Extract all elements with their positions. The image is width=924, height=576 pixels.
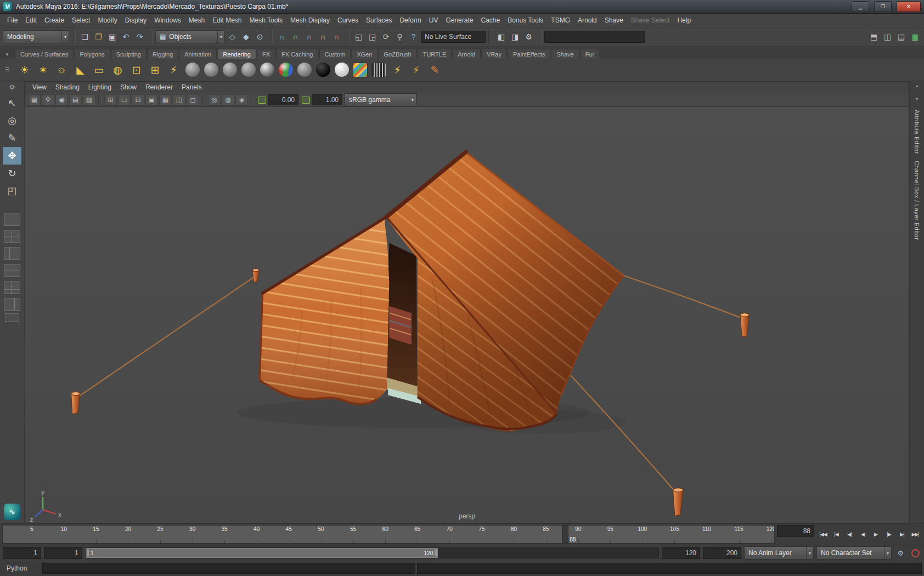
snap-to-point-icon[interactable]: ∩ <box>303 31 315 43</box>
lock-camera-icon[interactable]: ⚲ <box>42 94 54 106</box>
input-connections-icon[interactable]: ◱ <box>352 31 365 43</box>
exposure-field[interactable]: 0.00 <box>268 94 298 105</box>
shelf-tab-animation[interactable]: Animation <box>179 49 217 59</box>
new-scene-icon[interactable]: ❏ <box>78 31 91 43</box>
make-live-icon[interactable]: ∩ <box>330 31 343 43</box>
step-forward-key-button[interactable]: ▶| <box>895 527 909 541</box>
gray-shader-icon[interactable] <box>296 61 313 78</box>
render-region-icon[interactable]: ⊡ <box>128 61 145 78</box>
shelf-tab-sculpting[interactable]: Sculpting <box>111 49 147 59</box>
sequence-render-icon[interactable]: ⊞ <box>147 61 164 78</box>
rgb-shader-icon[interactable] <box>277 61 294 78</box>
auto-keyframe-icon[interactable] <box>909 547 921 559</box>
shelf-tab-shave[interactable]: Shave <box>551 49 579 59</box>
undo-icon[interactable]: ↶ <box>120 31 132 43</box>
menu-file[interactable]: File <box>3 15 21 26</box>
step-forward-frame-button[interactable]: |▶ <box>882 527 895 541</box>
menu-select[interactable]: Select <box>68 15 94 26</box>
tab-attribute-editor[interactable]: Attribute Editor <box>914 110 920 154</box>
shelf-tab-turtle[interactable]: TURTLE <box>418 49 452 59</box>
construction-history-icon[interactable]: ⟳ <box>380 31 392 43</box>
light-link-icon[interactable]: ⚡ <box>165 61 182 78</box>
shelf-tab-custom[interactable]: Custom <box>319 49 351 59</box>
menu-cache[interactable]: Cache <box>477 15 504 26</box>
resolution-gate-icon[interactable]: ⊡ <box>132 94 144 106</box>
layout-persp-outliner-button[interactable] <box>4 264 20 277</box>
current-frame-field[interactable]: 88 <box>777 525 814 537</box>
playback-end-field[interactable]: 120 <box>662 547 700 559</box>
menu-tsmg[interactable]: TSMG <box>547 15 574 26</box>
maximize-button[interactable]: ❐ <box>874 1 892 12</box>
shelf-tab-curves-surfaces[interactable]: Curves / Surfaces <box>15 49 74 59</box>
grid-icon[interactable]: ⊞ <box>104 94 117 106</box>
move-tool[interactable]: ✥ <box>3 147 21 165</box>
render-frame-icon[interactable]: ◧ <box>495 31 508 43</box>
lock-selection-icon[interactable]: ⚲ <box>393 31 406 43</box>
output-connections-icon[interactable]: ◲ <box>366 31 379 43</box>
help-icon[interactable]: ? <box>407 31 420 43</box>
step-back-key-button[interactable]: |◀ <box>830 527 843 541</box>
menu-modify[interactable]: Modify <box>94 15 121 26</box>
anim-layer-selector[interactable]: No Anim Layer ▾ <box>744 546 814 560</box>
toolbox-menu-icon[interactable]: ⚙ <box>9 83 15 93</box>
ipr-render-icon[interactable]: ◨ <box>509 31 521 43</box>
ramp-texture-icon[interactable] <box>352 61 369 78</box>
shelf-tab-painteffects[interactable]: PaintEffects <box>508 49 551 59</box>
gate-mask-icon[interactable]: ▣ <box>145 94 158 106</box>
time-slider[interactable]: 5101520253035404550556065707580859095100… <box>2 525 775 544</box>
safe-title-icon[interactable]: ◻ <box>187 94 199 106</box>
select-hierarchy-icon[interactable]: ◇ <box>226 31 239 43</box>
step-back-frame-button[interactable]: ◀| <box>843 527 856 541</box>
panel-menu-panels[interactable]: Panels <box>178 82 206 92</box>
layout-four-pane-button[interactable] <box>4 230 20 243</box>
animation-end-field[interactable]: 200 <box>703 547 741 559</box>
viewport-3d-canvas[interactable]: yxz persp <box>25 107 909 523</box>
safe-action-icon[interactable]: ◫ <box>173 94 185 106</box>
use-background-shader-icon[interactable] <box>333 61 350 78</box>
panel-menu-view[interactable]: View <box>29 82 50 92</box>
live-surface-field[interactable]: No Live Surface <box>421 31 486 43</box>
layout-hypershade-persp-button[interactable] <box>4 298 20 311</box>
menu-windows[interactable]: Windows <box>150 15 185 26</box>
shelf-tab-xgen[interactable]: XGen <box>351 49 378 59</box>
select-object-icon[interactable]: ◆ <box>240 31 252 43</box>
shelf-scroll-up-icon[interactable]: ▴ <box>916 83 918 90</box>
menu-curves[interactable]: Curves <box>334 15 362 26</box>
menu-display[interactable]: Display <box>121 15 150 26</box>
shelf-tab-fx-caching[interactable]: FX Caching <box>276 49 318 59</box>
playback-start-field[interactable]: 1 <box>44 547 82 559</box>
shelf-scroll-down-icon[interactable]: ▾ <box>916 97 918 103</box>
play-backward-button[interactable]: ◀ <box>856 527 869 541</box>
shelf-tab-polygons[interactable]: Polygons <box>74 49 110 59</box>
lambert-shader-icon[interactable] <box>240 61 257 78</box>
menu-edit-mesh[interactable]: Edit Mesh <box>209 15 245 26</box>
paint-select-tool[interactable]: ✎ <box>3 129 21 147</box>
shelf-item-menu-icon[interactable]: ▾ <box>2 50 12 59</box>
camera-attributes-icon[interactable]: ◉ <box>55 94 68 106</box>
surface-shader-icon[interactable] <box>184 61 201 78</box>
bookmarks-icon[interactable]: ▤ <box>69 94 82 106</box>
close-button[interactable]: ✕ <box>897 1 921 12</box>
range-slider-handle[interactable]: 1 120 <box>86 548 438 558</box>
layout-two-pane-side-button[interactable] <box>4 247 20 260</box>
shelf-tab-rendering[interactable]: Rendering <box>217 49 256 59</box>
panel-menu-show[interactable]: Show <box>116 82 140 92</box>
shelf-tab-rigging[interactable]: Rigging <box>147 49 178 59</box>
wireframe-on-shaded-icon[interactable]: ◈ <box>235 94 248 106</box>
menu-shave[interactable]: Shave <box>601 15 627 26</box>
area-light-icon[interactable]: ▭ <box>91 61 108 78</box>
menu-bonus-tools[interactable]: Bonus Tools <box>504 15 547 26</box>
isolate-select-icon[interactable]: ◎ <box>208 94 221 106</box>
show-tool-settings-icon[interactable]: ◫ <box>881 31 894 43</box>
view-transform-selector[interactable]: sRGB gamma▾ <box>345 93 416 106</box>
quick-selection-field[interactable] <box>544 31 645 43</box>
shelf-menu-icon[interactable]: ☰ <box>2 65 12 74</box>
selection-mask-selector[interactable]: ▦Objects▾ <box>155 30 225 43</box>
xray-icon[interactable]: ◍ <box>222 94 234 106</box>
anisotropic-shader-icon[interactable] <box>202 61 219 78</box>
redo-icon[interactable]: ↷ <box>133 31 146 43</box>
image-plane-icon[interactable]: ▧ <box>83 94 95 106</box>
exposure-toggle-icon[interactable] <box>258 97 266 104</box>
shelf-tab-fur[interactable]: Fur <box>580 49 600 59</box>
render-settings-icon[interactable]: ⚙ <box>522 31 535 43</box>
